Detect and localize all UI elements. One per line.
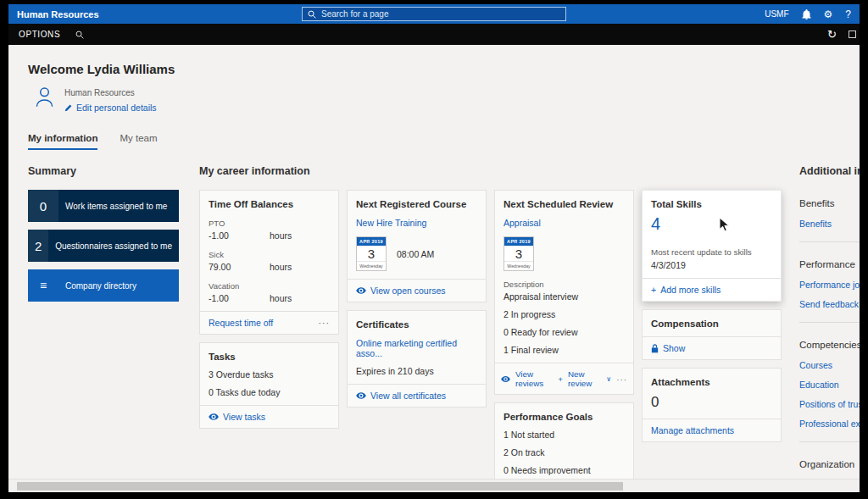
- tasks-card: Tasks 3 Overdue tasks 0 Tasks due today …: [199, 342, 339, 429]
- view-open-courses-link[interactable]: View open courses: [348, 279, 486, 302]
- eye-icon: [209, 413, 219, 420]
- total-skills-card: Total Skills 4 Most recent update to ski…: [642, 190, 782, 302]
- action-bar: OPTIONS ↻: [8, 24, 860, 45]
- tab-my-team[interactable]: My team: [120, 133, 157, 150]
- more-options-icon[interactable]: ···: [319, 318, 331, 328]
- competencies-group: Competencies Courses Education Positions…: [799, 331, 860, 442]
- time-off-balances-card: Time Off Balances PTO -1.00 hours Sick 7…: [199, 190, 339, 335]
- more-options-icon[interactable]: ···: [616, 374, 627, 384]
- tile-company-directory[interactable]: ≡ Company directory: [28, 269, 179, 302]
- search-input[interactable]: [321, 9, 560, 19]
- eye-icon: [356, 287, 366, 294]
- send-feedback-link[interactable]: Send feedback: [799, 299, 860, 309]
- skills-updated-date: 4/3/2019: [651, 260, 772, 270]
- app-title: Human Resources: [17, 9, 99, 19]
- topbar-right-cluster: USMF ⚙ ?: [765, 9, 851, 19]
- work-items-count: 0: [28, 190, 58, 222]
- show-compensation-link[interactable]: Show: [643, 336, 781, 359]
- view-all-certificates-link[interactable]: View all certificates: [348, 384, 486, 407]
- tile-work-items[interactable]: 0 Work items assigned to me: [28, 190, 179, 222]
- course-time: 08:00 AM: [397, 249, 434, 259]
- settings-gear-icon[interactable]: ⚙: [824, 9, 833, 19]
- certificates-card: Certificates Online marketing certified …: [347, 310, 487, 408]
- list-icon: ≡: [28, 269, 58, 302]
- lock-icon: [651, 344, 659, 353]
- career-title: My career information: [199, 165, 782, 177]
- sick-balance: 79.00 hours: [209, 262, 330, 272]
- review-description: Appraisal interview: [504, 291, 625, 302]
- request-time-off-link[interactable]: Request time off: [209, 318, 273, 328]
- horizontal-scrollbar[interactable]: [8, 479, 860, 492]
- additional-info-title: Additional information: [799, 165, 860, 177]
- additional-info-section: Additional information Benefits Benefits…: [799, 165, 860, 479]
- profile-block: Human Resources Edit personal details: [35, 86, 860, 113]
- career-section: My career information Time Off Balances …: [199, 165, 782, 479]
- education-link[interactable]: Education: [799, 380, 860, 390]
- view-tasks-link[interactable]: View tasks: [200, 405, 338, 428]
- view-reviews-link[interactable]: View reviews: [515, 369, 553, 388]
- performance-journal-link[interactable]: Performance journal: [799, 280, 860, 290]
- performance-group: Performance Performance journal Send fee…: [799, 251, 860, 323]
- page-title: Welcome Lydia Williams: [28, 62, 860, 76]
- certificate-expiry: Expires in 210 days: [356, 366, 477, 376]
- eye-icon: [356, 392, 366, 399]
- search-icon: [308, 10, 316, 19]
- questionnaires-count: 2: [28, 230, 48, 262]
- edit-personal-details-link[interactable]: Edit personal details: [64, 103, 157, 113]
- pencil-icon: [64, 104, 72, 112]
- tile-questionnaires[interactable]: 2 Questionnaires assigned to me: [28, 230, 179, 262]
- page-content: Welcome Lydia Williams Human Resources E…: [8, 45, 860, 479]
- next-registered-course-card: Next Registered Course New Hire Training…: [347, 190, 487, 302]
- compensation-card: Compensation Show: [642, 309, 782, 360]
- courses-link[interactable]: Courses: [799, 360, 860, 370]
- plus-icon: +: [651, 285, 656, 295]
- summary-section: Summary 0 Work items assigned to me 2 Qu…: [28, 165, 179, 309]
- performance-goals-card: Performance Goals 1 Not started 2 On tra…: [494, 402, 634, 479]
- vacation-balance: -1.00 hours: [209, 293, 330, 303]
- avatar-person-icon: [35, 86, 54, 108]
- plus-icon: +: [558, 374, 563, 384]
- benefits-link[interactable]: Benefits: [799, 219, 860, 229]
- clipped-window-icon: [849, 30, 856, 38]
- course-link[interactable]: New Hire Training: [356, 218, 477, 228]
- actionbar-search-icon[interactable]: [75, 30, 84, 39]
- scrollbar-thumb[interactable]: [17, 482, 623, 491]
- certificate-link[interactable]: Online marketing certified asso...: [356, 338, 477, 358]
- pto-balance: -1.00 hours: [209, 230, 330, 241]
- attachments-card: Attachments 0 Manage attachments: [642, 368, 782, 442]
- next-scheduled-review-card: Next Scheduled Review Appraisal APR 2019…: [494, 190, 634, 395]
- actionbar-right: ↻: [827, 28, 849, 41]
- top-nav-bar: Human Resources USMF ⚙ ?: [8, 4, 860, 24]
- department-label: Human Resources: [64, 88, 157, 97]
- attachments-count: 0: [651, 394, 772, 411]
- notifications-bell-icon[interactable]: [802, 9, 811, 19]
- calendar-icon: APR 2019 3 Wednesday: [504, 236, 534, 271]
- positions-of-trust-link[interactable]: Positions of trust: [799, 399, 860, 409]
- review-link[interactable]: Appraisal: [504, 218, 625, 228]
- skills-count: 4: [651, 214, 772, 234]
- company-selector[interactable]: USMF: [765, 9, 788, 19]
- options-menu[interactable]: OPTIONS: [19, 30, 60, 39]
- global-search[interactable]: [302, 7, 566, 21]
- page-tabs: My information My team: [28, 133, 860, 150]
- manage-attachments-link[interactable]: Manage attachments: [643, 419, 781, 441]
- tab-my-information[interactable]: My information: [28, 133, 97, 150]
- add-more-skills-link[interactable]: + Add more skills: [643, 278, 781, 301]
- refresh-icon[interactable]: ↻: [827, 28, 837, 41]
- calendar-icon: APR 2019 3 Wednesday: [356, 236, 387, 271]
- organization-group: Organization Job details Loaned equipmen…: [799, 451, 860, 479]
- summary-title: Summary: [28, 165, 179, 177]
- help-icon[interactable]: ?: [845, 9, 851, 19]
- professional-experience-link[interactable]: Professional experience: [799, 419, 860, 429]
- new-review-button[interactable]: New review: [568, 369, 601, 388]
- app-window: Human Resources USMF ⚙ ? OPTIONS ↻ Welco: [8, 4, 860, 492]
- benefits-group: Benefits Benefits: [799, 190, 860, 242]
- chevron-down-icon[interactable]: ∨: [606, 375, 611, 383]
- eye-icon: [501, 376, 510, 382]
